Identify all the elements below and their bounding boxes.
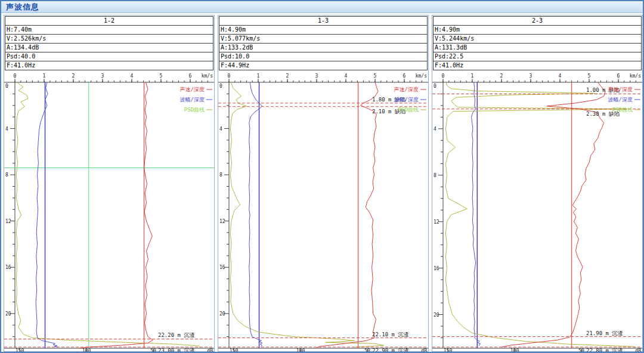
top-axis-tick-label: 2 <box>72 73 75 79</box>
page-title: 声波信息 <box>6 2 39 13</box>
info-row: F:41.0Hz <box>434 61 641 70</box>
info-table-header: 1-3 <box>219 17 427 25</box>
info-row: F:44.9Hz <box>219 61 427 70</box>
waveform-chart[interactable]: 0123456km/s04812162015010050dB1.80 m 缺陷2… <box>218 71 428 353</box>
info-row: Psd:40.0 <box>5 52 213 61</box>
psd-curve <box>230 82 383 347</box>
depth-axis-tick-label: 8 <box>219 172 222 178</box>
db-axis-tick-label: 50 <box>578 348 584 353</box>
sediment-marker-label: 23.00 m 沉渣 <box>158 348 194 353</box>
panel-2-3: 2-3H:4.90mV:5.244km/sA:131.3dBPsd:22.5F:… <box>432 15 643 352</box>
top-axis-tick-label: 0 <box>442 73 445 79</box>
top-axis-tick-label: 1 <box>257 73 260 79</box>
speed-curve <box>317 82 378 348</box>
top-axis-tick-label: 5 <box>374 73 377 79</box>
db-axis-tick-label: 150 <box>16 348 24 353</box>
top-axis-tick-label: 4 <box>559 73 562 79</box>
depth-axis-tick-label: 12 <box>434 219 439 225</box>
depth-axis-tick-label: 8 <box>434 173 436 178</box>
legend-label-psd: PSD曲线 <box>184 107 205 113</box>
info-row: H:4.90m <box>434 25 641 34</box>
depth-axis-tick-label: 20 <box>5 311 11 317</box>
top-axis-tick-label: 3 <box>315 73 318 79</box>
sediment-marker-label: 22.20 m 沉渣 <box>158 332 194 338</box>
top-axis-tick-label: 4 <box>345 73 348 79</box>
sediment-marker-label: 21.90 m 沉渣 <box>586 330 623 336</box>
depth-axis-tick-label: 16 <box>219 265 225 270</box>
top-axis-tick-label: 2 <box>500 73 503 79</box>
top-axis-tick-label: 3 <box>101 73 104 79</box>
db-axis-tick-label: 150 <box>444 348 453 353</box>
waveform-chart[interactable]: 0123456km/s04812162015010050dB1.00 m 缺陷2… <box>432 71 642 353</box>
depth-axis-tick-label: 0 <box>434 83 436 89</box>
depth-axis-tick-label: 16 <box>5 265 11 270</box>
top-axis-unit-label: km/s <box>202 73 213 79</box>
info-row: Psd:10.0 <box>219 52 427 61</box>
info-table: 1-2H:7.40mV:2.526km/sA:134.4dBPsd:40.0F:… <box>5 16 213 70</box>
amplitude-curve <box>36 82 58 347</box>
top-axis-tick-label: 5 <box>588 73 591 79</box>
info-row: V:2.526km/s <box>5 34 213 43</box>
top-axis-tick-label: 0 <box>14 73 17 79</box>
depth-axis-tick-label: 0 <box>219 83 222 89</box>
sediment-marker-label: 22.80 m 沉渣 <box>586 348 623 353</box>
top-axis-unit-label: km/s <box>416 73 427 79</box>
top-axis-unit-label: km/s <box>630 73 641 79</box>
info-row: A:134.4dB <box>5 43 213 52</box>
db-axis-tick-label: 100 <box>510 348 519 353</box>
top-axis-tick-label: 1 <box>471 73 474 79</box>
legend-label-amplitude: 波幅/深度 <box>608 97 633 103</box>
depth-axis-tick-label: 12 <box>5 219 11 224</box>
depth-axis-tick-label: 20 <box>434 312 439 318</box>
db-axis-unit-label: dB <box>207 348 213 353</box>
top-axis-tick-label: 6 <box>403 73 406 79</box>
depth-axis <box>224 82 229 348</box>
top-axis-tick-label: 5 <box>160 73 163 79</box>
sound-wave-info-window: 声波信息 1-2H:7.40mV:2.526km/sA:134.4dBPsd:4… <box>0 0 644 353</box>
amplitude-curve <box>249 82 262 346</box>
info-table: 1-3H:4.90mV:5.077km/sA:133.2dBPsd:10.0F:… <box>219 16 428 70</box>
legend-label-speed: 声速/深度 <box>394 86 419 92</box>
db-axis-tick-label: 150 <box>230 348 239 353</box>
legend-label-speed: 声速/深度 <box>608 86 633 92</box>
legend-label-amplitude: 波幅/深度 <box>180 97 205 103</box>
info-row: F:41.0Hz <box>5 61 213 70</box>
depth-axis-tick-label: 20 <box>219 311 225 317</box>
depth-axis <box>10 82 15 348</box>
waveform-chart[interactable]: 0123456km/s04812162015010050dB22.20 m 沉渣… <box>4 71 214 353</box>
info-row: Psd:22.5 <box>434 52 641 61</box>
depth-axis-tick-label: 4 <box>434 126 436 132</box>
top-axis <box>218 79 428 82</box>
info-row: V:5.244km/s <box>434 34 641 43</box>
titlebar: 声波信息 <box>1 1 643 13</box>
info-row: A:131.3dB <box>434 43 641 52</box>
top-axis-tick-label: 3 <box>530 73 532 79</box>
legend-label-psd: PSD曲线 <box>612 107 633 113</box>
panel-1-3: 1-3H:4.90mV:5.077km/sA:133.2dBPsd:10.0F:… <box>218 15 429 352</box>
speed-curve <box>79 82 153 348</box>
depth-axis-tick-label: 4 <box>5 126 8 132</box>
psd-curve <box>16 82 200 348</box>
top-axis-tick-label: 4 <box>131 73 134 79</box>
panel-1-2: 1-2H:7.40mV:2.526km/sA:134.4dBPsd:40.0F:… <box>4 15 215 352</box>
db-axis-tick-label: 50 <box>364 348 370 353</box>
depth-axis-tick-label: 0 <box>5 83 8 89</box>
info-row: H:4.90m <box>219 25 427 34</box>
top-axis <box>432 79 642 82</box>
info-row: H:7.40m <box>5 25 213 34</box>
top-axis-tick-label: 6 <box>617 73 620 79</box>
db-axis-unit-label: dB <box>421 348 427 353</box>
depth-axis-tick-label: 4 <box>219 126 222 132</box>
top-axis-tick-label: 2 <box>286 73 289 79</box>
legend-label-amplitude: 波幅/深度 <box>394 97 419 103</box>
db-axis-tick-label: 100 <box>296 348 305 353</box>
amplitude-curve <box>472 82 481 346</box>
sediment-marker-label: 22.90 m 沉渣 <box>372 348 408 353</box>
db-axis-unit-label: dB <box>635 348 641 353</box>
info-table-header: 2-3 <box>434 17 641 25</box>
info-row: V:5.077km/s <box>219 34 427 43</box>
top-axis-tick-label: 1 <box>43 73 46 79</box>
top-axis-tick-label: 6 <box>189 73 192 79</box>
sediment-marker-label: 22.10 m 沉渣 <box>372 332 408 337</box>
legend-label-psd: PSD曲线 <box>398 107 419 113</box>
